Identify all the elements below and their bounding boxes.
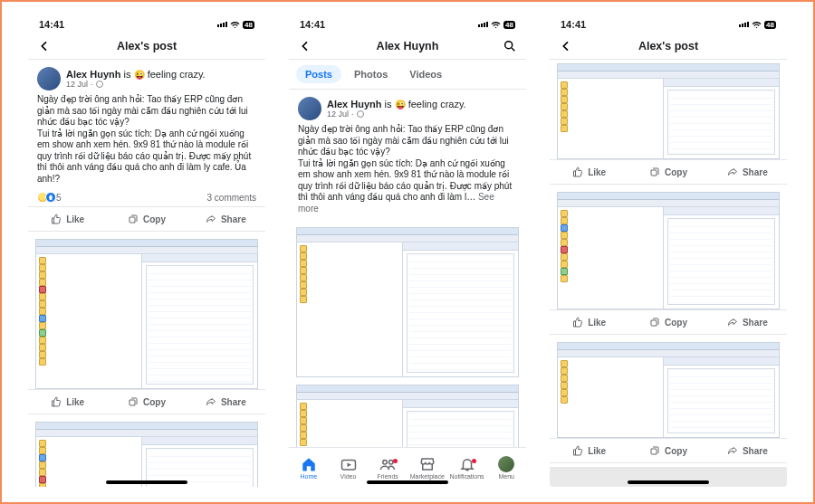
status-time: 14:41 [300,19,325,30]
video-icon [340,456,357,472]
attached-image-erp[interactable] [557,342,780,438]
post-header: Alex Huynh is 😜 feeling crazy. 12 Jul· [289,90,526,122]
reactions-row[interactable]: 5 3 comments [28,190,265,206]
like-icon [572,166,583,177]
chevron-left-icon [37,39,52,53]
like-icon [51,396,62,407]
author-avatar[interactable] [37,67,61,90]
author-line[interactable]: Alex Huynh is 😜 feeling crazy. [66,69,206,81]
share-icon [727,445,738,456]
battery-indicator: 48 [243,21,254,29]
copy-button[interactable]: Copy [107,390,186,414]
cellular-icon [739,22,749,27]
notification-dot-icon [472,459,476,463]
post-actions: Like Copy Share [28,206,265,232]
page-title: Alex's post [638,40,698,52]
status-bar: 14:41 48 [28,16,265,33]
share-button[interactable]: Share [708,310,787,334]
notification-dot-icon [393,459,398,463]
cellular-icon [217,22,227,27]
post-body: Ngày đẹp trời ông anh hỏi: Tao thấy ERP … [289,122,526,220]
like-button[interactable]: Like [28,207,107,231]
comments-count[interactable]: 3 comments [207,193,256,203]
nav-video[interactable]: Video [329,448,369,487]
like-button[interactable]: Like [550,160,628,184]
attached-image-erp[interactable] [557,192,780,309]
profile-scroll-area[interactable]: Alex Huynh is 😜 feeling crazy. 12 Jul· N… [289,90,526,487]
nav-notifications[interactable]: Notifications [447,448,487,487]
share-button[interactable]: Share [708,439,787,462]
status-indicators: 48 [217,20,254,30]
post-body: Ngày đẹp trời ông anh hỏi: Tao thấy ERP … [28,92,265,190]
wifi-icon [491,20,501,30]
nav-home[interactable]: Home [289,448,329,487]
attached-image-erp[interactable] [557,63,780,159]
tab-videos[interactable]: Videos [400,65,451,83]
copy-button[interactable]: Copy [628,160,707,184]
phone-screen-3: 14:41 48 Alex's post [550,16,787,487]
like-icon [572,445,583,456]
search-icon [503,39,517,53]
post-scroll-area[interactable]: Like Copy Share [550,60,787,487]
reaction-icons [37,192,53,203]
attached-image-erp[interactable] [35,422,258,487]
share-button[interactable]: Share [187,390,265,414]
wifi-icon [230,20,240,30]
post-timestamp: 12 Jul· [327,109,466,119]
like-button[interactable]: Like [28,390,107,414]
attached-image-erp[interactable] [35,239,258,389]
author-line[interactable]: Alex Huynh is 😜 feeling crazy. [327,99,466,110]
svg-point-2 [383,460,388,464]
page-header: Alex Huynh [289,33,526,60]
status-time: 14:41 [39,19,64,30]
page-title: Alex Huynh [377,40,439,52]
globe-icon [357,110,364,118]
copy-button[interactable]: Copy [628,310,707,334]
page-header: Alex's post [28,33,265,60]
phone-screen-2: 14:41 48 Alex Huynh Posts Photos Videos [289,16,526,487]
share-button[interactable]: Share [708,160,787,184]
home-indicator [106,480,187,484]
attached-image-erp[interactable] [296,227,519,377]
copy-icon [128,396,139,407]
post-timestamp: 12 Jul· [66,80,206,89]
cellular-icon [478,22,488,27]
back-button[interactable] [559,33,573,60]
phone-screen-1: 14:41 48 Alex's post Alex Huynh is 😜 [28,16,265,487]
nav-menu[interactable]: Menu [486,448,526,487]
copy-icon [649,317,660,328]
search-button[interactable] [503,33,517,60]
copy-button[interactable]: Copy [628,439,707,462]
profile-tabs: Posts Photos Videos [289,60,526,90]
feeling-emoji-icon: 😜 [395,100,406,109]
tab-photos[interactable]: Photos [345,65,397,83]
battery-indicator: 48 [503,21,515,29]
chevron-left-icon [298,39,312,53]
share-icon [206,396,216,407]
home-indicator [367,480,448,484]
like-button[interactable]: Like [550,439,628,462]
post-actions: Like Copy Share [28,389,265,414]
author-avatar[interactable] [298,97,321,120]
copy-button[interactable]: Copy [107,207,186,231]
tab-posts[interactable]: Posts [296,65,341,83]
post-actions: Like Copy Share [550,159,787,185]
like-button[interactable]: Like [550,310,628,334]
like-icon [572,317,583,328]
back-button[interactable] [298,33,312,60]
post-scroll-area[interactable]: Alex Huynh is 😜 feeling crazy. 12 Jul· N… [28,60,265,487]
page-header: Alex's post [550,33,787,60]
share-icon [727,166,738,177]
status-indicators: 48 [739,20,776,30]
reactions-count: 5 [56,193,62,203]
back-button[interactable] [37,33,52,60]
share-button[interactable]: Share [187,207,265,231]
page-title: Alex's post [117,40,177,52]
post-actions: Like Copy Share [550,438,787,463]
status-bar: 14:41 48 [289,16,526,33]
home-indicator [628,480,709,484]
status-indicators: 48 [478,20,515,30]
status-bar: 14:41 48 [550,16,787,33]
feeling-emoji-icon: 😜 [134,70,145,80]
copy-icon [649,445,660,456]
